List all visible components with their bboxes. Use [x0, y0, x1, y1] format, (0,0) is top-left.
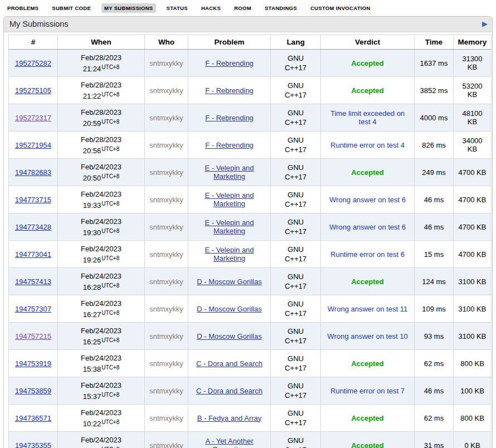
problem-link[interactable]: F - Rebrending — [205, 59, 254, 67]
user-handle-link[interactable]: sntmxykky — [149, 168, 183, 177]
submission-time: 16:27 — [83, 310, 101, 319]
user-handle-link[interactable]: sntmxykky — [149, 387, 183, 395]
verdict-text[interactable]: Wrong answer on test 11 — [328, 305, 407, 313]
table-row: 194757307 Feb/24/2023 16:27UTC+8 sntmxyk… — [9, 295, 492, 323]
submission-id-link[interactable]: 194757307 — [15, 305, 51, 313]
verdict-cell: Accepted — [321, 350, 415, 377]
problem-link[interactable]: D - Moscow Gorillas — [197, 305, 261, 313]
verdict-text[interactable]: Accepted — [351, 414, 384, 422]
problem-link[interactable]: E - Velepin and Marketing — [205, 164, 254, 181]
who-cell: sntmxykky — [145, 405, 188, 432]
user-handle-link[interactable]: sntmxykky — [149, 86, 183, 95]
verdict-text[interactable]: Wrong answer on test 10 — [327, 332, 407, 340]
user-handle-link[interactable]: sntmxykky — [149, 332, 183, 340]
user-handle-link[interactable]: sntmxykky — [149, 223, 183, 231]
problem-link[interactable]: B - Fedya and Array — [197, 414, 262, 422]
verdict-text[interactable]: Runtime error on test 4 — [330, 141, 405, 149]
id-cell: 194757413 — [9, 268, 58, 295]
submission-date: Feb/24/2023 — [61, 408, 141, 417]
problem-link[interactable]: D - Moscow Gorillas — [197, 277, 261, 286]
problem-link[interactable]: E - Velepin and Marketing — [205, 191, 254, 208]
timezone-label: UTC+8 — [101, 364, 119, 371]
problem-link[interactable]: C - Dora and Search — [196, 359, 262, 368]
problem-cell: B - Fedya and Array — [188, 405, 271, 432]
verdict-cell: Wrong answer on test 6 — [321, 213, 415, 241]
id-cell: 194773428 — [9, 213, 58, 241]
submission-id-link[interactable]: 194757413 — [15, 277, 51, 286]
submission-date: Feb/28/2023 — [61, 135, 141, 144]
exec-time: 62 ms — [415, 350, 454, 377]
when-cell: Feb/28/2023 21:22UTC+8 — [58, 77, 145, 104]
verdict-text[interactable]: Accepted — [351, 277, 384, 286]
submission-id-link[interactable]: 194753919 — [15, 359, 51, 368]
user-handle-link[interactable]: sntmxykky — [149, 414, 183, 422]
problem-cell: E - Velepin and Marketing — [188, 159, 271, 186]
exec-time: 249 ms — [415, 159, 454, 186]
verdict-text[interactable]: Accepted — [351, 168, 384, 177]
verdict-text[interactable]: Runtime error on test 6 — [330, 250, 405, 259]
problem-link[interactable]: F - Rebrending — [205, 141, 254, 149]
verdict-text[interactable]: Wrong answer on test 6 — [329, 196, 406, 204]
expand-arrow-icon[interactable]: ▶ — [482, 20, 488, 28]
lang-cell: GNU C++17 — [271, 77, 321, 104]
problem-link[interactable]: A - Yet Another Promotion — [205, 437, 253, 448]
verdict-text[interactable]: Accepted — [351, 86, 384, 95]
nav-item-my-submissions[interactable]: MY SUBMISSIONS — [101, 3, 155, 13]
id-cell: 194735355 — [9, 432, 58, 448]
nav-item-custom-invocation[interactable]: CUSTOM INVOCATION — [308, 3, 373, 13]
when-cell: Feb/24/2023 10:22UTC+8 — [58, 405, 145, 432]
submission-date: Feb/28/2023 — [61, 80, 141, 90]
submission-id-link[interactable]: 195272317 — [15, 114, 51, 122]
verdict-text[interactable]: Accepted — [351, 59, 384, 67]
exec-time: 46 ms — [415, 377, 454, 405]
user-handle-link[interactable]: sntmxykky — [149, 59, 183, 67]
problem-cell: C - Dora and Search — [188, 377, 271, 405]
nav-item-status[interactable]: STATUS — [164, 3, 191, 13]
submission-id-link[interactable]: 195275282 — [15, 59, 51, 67]
nav-item-room[interactable]: ROOM — [231, 3, 254, 13]
nav-item-submit-code[interactable]: SUBMIT CODE — [49, 3, 94, 13]
verdict-text[interactable]: Runtime error on test 7 — [330, 387, 405, 395]
problem-cell: A - Yet Another Promotion — [188, 432, 271, 448]
verdict-cell: Wrong answer on test 10 — [321, 323, 415, 350]
user-handle-link[interactable]: sntmxykky — [149, 250, 183, 259]
submission-id-link[interactable]: 194736571 — [15, 414, 51, 422]
user-handle-link[interactable]: sntmxykky — [149, 305, 183, 313]
user-handle-link[interactable]: sntmxykky — [149, 141, 183, 149]
problem-link[interactable]: F - Rebrending — [205, 114, 254, 122]
problem-link[interactable]: E - Velepin and Marketing — [205, 246, 254, 262]
user-handle-link[interactable]: sntmxykky — [149, 114, 183, 122]
submission-id-link[interactable]: 194773715 — [15, 196, 51, 204]
when-cell: Feb/24/2023 16:25UTC+8 — [58, 323, 145, 350]
nav-item-hacks[interactable]: HACKS — [198, 3, 223, 13]
verdict-text[interactable]: Accepted — [351, 359, 384, 368]
nav-item-standings[interactable]: STANDINGS — [262, 3, 300, 13]
verdict-text[interactable]: Accepted — [351, 441, 384, 448]
column-header-time: Time — [415, 35, 454, 50]
problem-link[interactable]: C - Dora and Search — [196, 387, 262, 395]
submission-id-link[interactable]: 194773041 — [15, 250, 51, 259]
problem-link[interactable]: E - Velepin and Marketing — [205, 218, 254, 235]
submission-id-link[interactable]: 194773428 — [15, 223, 51, 231]
submission-id-link[interactable]: 194757215 — [15, 332, 51, 340]
submission-time: 21:24 — [83, 65, 101, 73]
when-cell: Feb/24/2023 16:28UTC+8 — [58, 268, 145, 295]
submission-time: 19:33 — [83, 201, 101, 210]
problem-link[interactable]: F - Rebrending — [205, 86, 254, 95]
submission-id-link[interactable]: 195271954 — [15, 141, 51, 149]
submission-id-link[interactable]: 195275105 — [15, 86, 51, 95]
lang-cell: GNU C++17 — [271, 350, 321, 377]
problem-link[interactable]: D - Moscow Gorillas — [197, 332, 261, 340]
submission-id-link[interactable]: 194782683 — [15, 168, 51, 177]
user-handle-link[interactable]: sntmxykky — [149, 441, 183, 448]
verdict-cell: Accepted — [321, 77, 415, 104]
submission-id-link[interactable]: 194753859 — [15, 387, 51, 395]
user-handle-link[interactable]: sntmxykky — [149, 196, 183, 204]
user-handle-link[interactable]: sntmxykky — [149, 359, 183, 368]
user-handle-link[interactable]: sntmxykky — [149, 277, 183, 286]
when-cell: Feb/24/2023 16:27UTC+8 — [58, 295, 145, 323]
submission-id-link[interactable]: 194735355 — [15, 441, 51, 448]
verdict-text[interactable]: Time limit exceeded on test 4 — [330, 109, 405, 126]
verdict-text[interactable]: Wrong answer on test 6 — [329, 223, 406, 231]
nav-item-problems[interactable]: PROBLEMS — [4, 3, 41, 13]
